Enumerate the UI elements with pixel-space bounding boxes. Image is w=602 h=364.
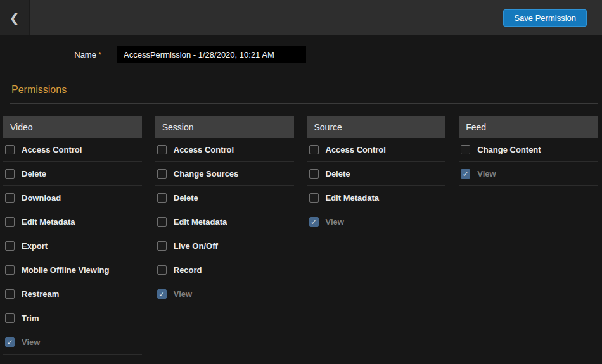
name-label-text: Name (74, 50, 96, 60)
section-divider (10, 103, 598, 104)
column-title: Video (10, 122, 33, 132)
checkbox[interactable] (157, 193, 167, 203)
checkbox[interactable] (461, 145, 470, 154)
item-label: View (326, 217, 344, 227)
permission-row[interactable]: Access Control (3, 138, 142, 162)
permission-row[interactable]: Live On/Off (155, 234, 294, 258)
permission-row[interactable]: Mobile Offline Viewing (3, 258, 142, 282)
required-asterisk: * (98, 50, 101, 60)
column-header: Source (307, 116, 446, 138)
permission-column: Feed Change Content ✓ View (459, 116, 598, 355)
checkbox[interactable] (5, 145, 15, 154)
checkbox[interactable] (5, 169, 15, 179)
topbar: ❮ Save Permission (0, 0, 602, 35)
back-chevron-icon: ❮ (10, 11, 20, 24)
checkbox[interactable]: ✓ (309, 217, 319, 227)
checkbox[interactable] (5, 313, 15, 323)
checkbox[interactable]: ✓ (461, 169, 470, 179)
item-label: Access Control (326, 145, 386, 154)
column-title: Session (162, 122, 194, 132)
permission-row[interactable]: Restream (3, 282, 142, 306)
permission-row[interactable]: Export (3, 234, 142, 258)
checkbox[interactable] (157, 241, 167, 251)
checkbox[interactable]: ✓ (5, 337, 15, 347)
checkbox[interactable] (309, 145, 319, 154)
item-label: View (477, 169, 496, 179)
name-label: Name* (0, 50, 101, 60)
back-button[interactable]: ❮ (0, 0, 30, 35)
checkbox[interactable] (157, 169, 167, 179)
checkbox[interactable] (5, 289, 15, 299)
permission-row[interactable]: Access Control (155, 138, 294, 162)
permission-row[interactable]: ✓ View (155, 282, 294, 306)
item-label: Access Control (22, 145, 82, 154)
checkbox[interactable] (5, 217, 15, 227)
permission-row[interactable]: Edit Metadata (155, 210, 294, 234)
column-header: Video (3, 116, 142, 138)
item-label: Record (174, 265, 202, 275)
name-input[interactable] (117, 46, 306, 63)
checkbox[interactable] (157, 217, 167, 227)
save-permission-button[interactable]: Save Permission (503, 9, 587, 27)
permission-row[interactable]: Access Control (307, 138, 446, 162)
checkbox[interactable] (309, 169, 319, 179)
permission-column: Source Access Control Delete Edit Metada… (307, 116, 446, 355)
column-items: Access Control Delete Download Edit Meta… (3, 138, 142, 355)
item-label: Trim (22, 313, 39, 323)
item-label: Edit Metadata (326, 193, 380, 203)
item-label: Access Control (174, 145, 234, 154)
item-label: Change Sources (174, 169, 239, 179)
permission-row[interactable]: ✓ View (307, 210, 446, 234)
item-label: Export (22, 241, 48, 251)
checkbox[interactable]: ✓ (157, 289, 167, 299)
permission-row[interactable]: Delete (307, 162, 446, 186)
item-label: Restream (22, 289, 59, 299)
item-label: Download (22, 193, 61, 203)
permission-row[interactable]: Edit Metadata (3, 210, 142, 234)
column-items: Access Control Change Sources Delete Edi… (155, 138, 294, 306)
permissions-grid: Video Access Control Delete Download Edi… (3, 116, 598, 355)
item-label: Delete (174, 193, 198, 203)
item-label: View (22, 337, 40, 347)
column-header: Session (155, 116, 294, 138)
permission-row[interactable]: Change Content (459, 138, 598, 162)
permission-row[interactable]: Record (155, 258, 294, 282)
column-title: Feed (466, 122, 486, 132)
permission-row[interactable]: Delete (3, 162, 142, 186)
item-label: Edit Metadata (174, 217, 227, 227)
name-form-row: Name* (0, 46, 602, 63)
checkbox[interactable] (157, 145, 167, 154)
item-label: View (174, 289, 192, 299)
permission-row[interactable]: Change Sources (155, 162, 294, 186)
permission-row[interactable]: Delete (155, 186, 294, 210)
item-label: Delete (22, 169, 46, 179)
column-title: Source (314, 122, 342, 132)
item-label: Live On/Off (174, 241, 218, 251)
item-label: Change Content (477, 145, 541, 154)
column-header: Feed (459, 116, 598, 138)
checkbox[interactable] (5, 265, 15, 275)
column-items: Change Content ✓ View (459, 138, 598, 186)
permission-row[interactable]: Edit Metadata (307, 186, 446, 210)
item-label: Delete (326, 169, 350, 179)
checkbox[interactable] (5, 193, 15, 203)
permission-column: Session Access Control Change Sources De… (155, 116, 294, 355)
checkbox[interactable] (5, 241, 15, 251)
permission-row[interactable]: ✓ View (459, 162, 598, 186)
permission-column: Video Access Control Delete Download Edi… (3, 116, 142, 355)
checkbox[interactable] (157, 265, 167, 275)
permission-row[interactable]: ✓ View (3, 330, 142, 355)
item-label: Mobile Offline Viewing (22, 265, 109, 275)
permission-row[interactable]: Download (3, 186, 142, 210)
permission-row[interactable]: Trim (3, 306, 142, 330)
checkbox[interactable] (309, 193, 319, 203)
item-label: Edit Metadata (22, 217, 75, 227)
permissions-heading: Permissions (11, 84, 602, 96)
column-items: Access Control Delete Edit Metadata ✓ Vi… (307, 138, 446, 234)
